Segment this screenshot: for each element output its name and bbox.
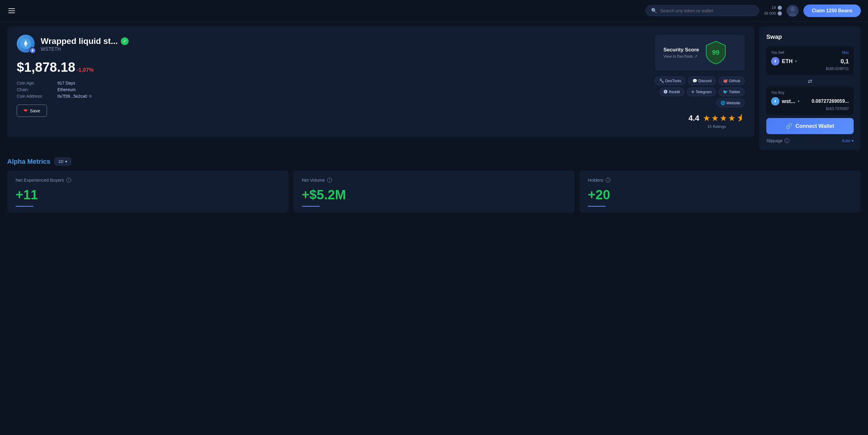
save-button[interactable]: ❤ Save (17, 105, 47, 117)
swap-title: Swap (766, 33, 854, 40)
security-score-card: Security Score View in DexTools ↗ 99 (655, 35, 745, 70)
bean-icon (778, 11, 782, 15)
token-name-area: Wrapped liquid st... ✓ WSTETH (41, 36, 129, 52)
buy-amount: 0.08727269059... (811, 99, 849, 104)
header-right: 🔍 19 36 000 Claim 1250 Beans (646, 4, 861, 17)
user-avatar[interactable] (787, 5, 799, 17)
sell-token-selector[interactable]: ETH ▾ (771, 57, 797, 65)
social-dextools[interactable]: 🔧 DexTools (655, 76, 686, 85)
external-link-icon: ↗ (694, 54, 698, 59)
token-info-left: Wrapped liquid st... ✓ WSTETH $1,878.18 … (17, 35, 631, 117)
metric-card-2: Holders i +20 (579, 170, 861, 213)
slippage-label: Slippage (766, 138, 783, 143)
connect-wallet-button[interactable]: 🔗 Connect Wallet (766, 118, 854, 134)
chain-value: Ethereum (57, 87, 76, 92)
chain-label: Chain: (17, 87, 53, 92)
social-github[interactable]: 🐙 Github (718, 76, 745, 85)
slippage-row: Slippage i Auto ▾ (766, 138, 854, 143)
token-header: Wrapped liquid st... ✓ WSTETH (17, 35, 631, 54)
social-twitter[interactable]: 🐦 Twitter (718, 88, 745, 96)
address-value: 0x7f39...5e2ca0 ⧉ (57, 94, 92, 99)
price-change: -1,07% (76, 67, 94, 73)
svg-point-3 (791, 8, 792, 9)
rating-area: 4.4 ★ ★ ★ ★ ⯨ 15 Ratings (688, 113, 745, 129)
sell-section: You Sell Max ETH (766, 46, 854, 75)
svg-point-4 (793, 8, 795, 9)
token-price: $1,878.18 (17, 60, 75, 74)
sell-amount-area: 0,1 (840, 58, 849, 65)
stats-area: 19 36 000 (764, 5, 782, 16)
address-label: Coin Address: (17, 94, 53, 99)
token-info-right: Security Score View in DexTools ↗ 99 (637, 35, 745, 129)
wallet-icon: 🔗 (786, 123, 792, 129)
star-3: ★ (720, 113, 727, 123)
search-input[interactable] (660, 8, 753, 13)
security-link[interactable]: View in DexTools ↗ (663, 54, 699, 59)
hamburger-menu[interactable] (7, 7, 16, 14)
detail-address: Coin Address: 0x7f39...5e2ca0 ⧉ (17, 94, 631, 99)
price-section: $1,878.18 -1,07% (17, 60, 631, 75)
sell-max[interactable]: Max (842, 51, 849, 55)
metric-bar-2 (588, 206, 606, 207)
metric-title-0: Net Experienced Buyers i (16, 177, 280, 182)
alpha-metrics-header: Alpha Metrics 1D ▾ (7, 158, 861, 166)
metric-card-1: Net Volume i +$5.2M (293, 170, 575, 213)
save-label: Save (30, 108, 40, 113)
stars: ★ ★ ★ ★ ⯨ (703, 113, 745, 123)
slippage-info-icon[interactable]: i (784, 138, 789, 143)
security-score-title: Security Score (663, 47, 699, 53)
buy-amount-area: 0.08727269059... (811, 99, 849, 104)
buy-label-row: You Buy (771, 91, 849, 95)
social-discord[interactable]: 💬 Discord (688, 76, 716, 85)
shield-container: 99 (705, 41, 726, 65)
token-details: Coin Age: 917 Days Chain: Ethereum Coin … (17, 81, 631, 99)
buy-label: You Buy (771, 91, 784, 95)
sell-token-row: ETH ▾ 0,1 (771, 57, 849, 65)
token-name: Wrapped liquid st... ✓ (41, 36, 129, 46)
period-chevron-icon: ▾ (65, 159, 67, 164)
refresh-icon (778, 6, 782, 10)
social-reddit[interactable]: 🅡 Reddit (659, 88, 684, 96)
social-telegram[interactable]: ✈ Telegram (687, 88, 716, 96)
search-icon: 🔍 (651, 8, 657, 13)
metric-title-1: Net Volume i (302, 177, 566, 182)
buy-token-name: wst... (782, 98, 795, 105)
metric-info-icon-2[interactable]: i (606, 178, 611, 182)
metric-info-icon-1[interactable]: i (327, 178, 332, 182)
sell-chevron-icon: ▾ (795, 59, 797, 63)
social-links: 🔧 DexTools 💬 Discord 🐙 Github 🅡 Reddit ✈… (637, 76, 745, 107)
security-text: Security Score View in DexTools ↗ (663, 47, 699, 59)
token-card-wrapper: Wrapped liquid st... ✓ WSTETH $1,878.18 … (7, 26, 754, 137)
token-card: Wrapped liquid st... ✓ WSTETH $1,878.18 … (7, 26, 754, 137)
alpha-metrics-section: Alpha Metrics 1D ▾ Net Experienced Buyer… (7, 158, 861, 213)
metric-value-1: +$5.2M (302, 187, 566, 202)
coin-age-value: 917 Days (57, 81, 75, 86)
buy-section: You Buy wst... ▾ (766, 86, 854, 115)
buy-token-row: wst... ▾ 0.08727269059... (771, 97, 849, 105)
metric-title-2: Holders i (588, 177, 852, 182)
claim-beans-button[interactable]: Claim 1250 Beans (803, 4, 861, 17)
period-selector[interactable]: 1D ▾ (55, 158, 71, 166)
slippage-auto[interactable]: Auto ▾ (842, 138, 854, 143)
rating-count: 15 Ratings (707, 124, 726, 129)
header-left (7, 7, 16, 14)
coin-age-label: Coin Age: (17, 81, 53, 86)
metric-card-0: Net Experienced Buyers i +11 (7, 170, 289, 213)
star-1: ★ (703, 113, 710, 123)
metric-info-icon-0[interactable]: i (66, 178, 71, 182)
metric-value-0: +11 (16, 187, 280, 202)
search-bar[interactable]: 🔍 (646, 5, 759, 16)
metric-value-2: +20 (588, 187, 852, 202)
stats-amount: 36 000 (764, 11, 776, 16)
sell-label: You Sell (771, 51, 784, 55)
social-website[interactable]: 🌐 Website (716, 99, 745, 107)
header: 🔍 19 36 000 Claim 1250 Beans (0, 0, 868, 22)
chain-logo (29, 47, 36, 54)
copy-icon[interactable]: ⧉ (89, 94, 92, 98)
alpha-metrics-title: Alpha Metrics (7, 158, 50, 166)
detail-coin-age: Coin Age: 917 Days (17, 81, 631, 86)
shield-score: 99 (712, 49, 719, 57)
swap-direction-icon[interactable]: ⇄ (766, 76, 854, 86)
buy-token-selector[interactable]: wst... ▾ (771, 97, 800, 105)
content-row: Wrapped liquid st... ✓ WSTETH $1,878.18 … (7, 26, 861, 150)
